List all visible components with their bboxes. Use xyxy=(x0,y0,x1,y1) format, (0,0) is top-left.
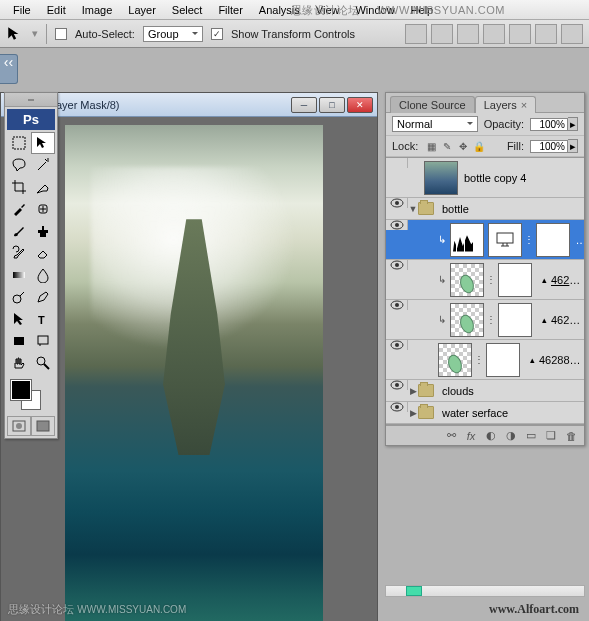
chevron-right-icon[interactable]: ▸ xyxy=(568,117,578,131)
screen-mode-icon[interactable] xyxy=(31,416,55,436)
window-minimize-button[interactable]: ─ xyxy=(291,97,317,113)
layer-group-row[interactable]: ▼ bottle xyxy=(386,198,584,220)
menu-filter[interactable]: Filter xyxy=(211,2,249,18)
expand-toggle-icon[interactable]: ▶ xyxy=(408,408,418,418)
layer-row[interactable]: ↳ ⋮ ▴ 462883_... xyxy=(386,300,584,340)
blend-mode-dropdown[interactable]: Normal xyxy=(392,116,478,132)
layer-row[interactable]: ↳ ⋮ ... xyxy=(386,220,584,260)
timeline-ruler[interactable] xyxy=(385,585,585,597)
marquee-tool-icon[interactable] xyxy=(7,132,31,154)
link-icon[interactable]: ⋮ xyxy=(486,314,496,325)
link-icon[interactable]: ⋮ xyxy=(486,274,496,285)
align-icon[interactable] xyxy=(483,24,505,44)
path-select-tool-icon[interactable] xyxy=(7,308,31,330)
adjustment-layer-icon[interactable]: ◑ xyxy=(504,429,518,443)
layer-name[interactable]: 4628... xyxy=(551,274,584,286)
window-close-button[interactable]: ✕ xyxy=(347,97,373,113)
lock-position-icon[interactable]: ✥ xyxy=(456,139,470,153)
ps-logo-icon[interactable]: Ps xyxy=(7,109,55,130)
align-icon[interactable] xyxy=(405,24,427,44)
layer-group-row[interactable]: ▶ clouds xyxy=(386,380,584,402)
healing-tool-icon[interactable] xyxy=(31,198,55,220)
move-tool-icon[interactable] xyxy=(6,25,24,43)
lock-all-icon[interactable]: 🔒 xyxy=(472,139,486,153)
dodge-tool-icon[interactable] xyxy=(7,286,31,308)
collapsed-panel-tab[interactable]: ‹‹ xyxy=(0,54,18,84)
blur-tool-icon[interactable] xyxy=(31,264,55,286)
align-icon[interactable] xyxy=(561,24,583,44)
chevron-right-icon[interactable]: ▸ xyxy=(568,139,578,153)
layer-name[interactable]: 462883_... xyxy=(539,354,584,366)
adjustment-thumbnail[interactable] xyxy=(450,223,484,257)
history-brush-tool-icon[interactable] xyxy=(7,242,31,264)
type-tool-icon[interactable]: T xyxy=(31,308,55,330)
hand-tool-icon[interactable] xyxy=(7,352,31,374)
link-icon[interactable]: ⋮ xyxy=(474,354,484,365)
layer-thumbnail[interactable] xyxy=(450,263,484,297)
layer-thumbnail[interactable] xyxy=(450,303,484,337)
brush-tool-icon[interactable] xyxy=(7,220,31,242)
align-icon[interactable] xyxy=(509,24,531,44)
visibility-toggle-icon[interactable] xyxy=(390,220,404,230)
lock-pixels-icon[interactable]: ✎ xyxy=(440,139,454,153)
layer-fx-icon[interactable]: fx xyxy=(464,429,478,443)
auto-select-checkbox[interactable] xyxy=(55,28,67,40)
menu-image[interactable]: Image xyxy=(75,2,120,18)
layer-name[interactable]: bottle copy 4 xyxy=(464,172,584,184)
visibility-toggle-icon[interactable] xyxy=(390,158,404,168)
fill-input[interactable]: 100% xyxy=(530,140,568,153)
layer-group-row[interactable]: ▶ water serface xyxy=(386,402,584,424)
layer-row[interactable]: ⋮ ▴ 462883_... xyxy=(386,340,584,380)
visibility-toggle-icon[interactable] xyxy=(390,260,404,270)
notes-tool-icon[interactable] xyxy=(31,330,55,352)
layer-name[interactable]: bottle xyxy=(442,203,584,215)
layer-mask-icon[interactable]: ◐ xyxy=(484,429,498,443)
adjustment-icon[interactable] xyxy=(488,223,522,257)
new-group-icon[interactable]: ▭ xyxy=(524,429,538,443)
menu-select[interactable]: Select xyxy=(165,2,210,18)
visibility-toggle-icon[interactable] xyxy=(390,380,404,390)
clone-tool-icon[interactable] xyxy=(31,220,55,242)
eraser-tool-icon[interactable] xyxy=(31,242,55,264)
visibility-toggle-icon[interactable] xyxy=(390,198,404,208)
link-icon[interactable]: ⋮ xyxy=(524,234,534,245)
layer-mask-thumbnail[interactable] xyxy=(486,343,520,377)
zoom-tool-icon[interactable] xyxy=(31,352,55,374)
layer-mask-thumbnail[interactable] xyxy=(498,303,532,337)
visibility-toggle-icon[interactable] xyxy=(390,402,404,412)
move-tool-icon[interactable] xyxy=(31,132,55,154)
slice-tool-icon[interactable] xyxy=(31,176,55,198)
rectangle-tool-icon[interactable] xyxy=(7,330,31,352)
menu-layer[interactable]: Layer xyxy=(121,2,163,18)
menu-file[interactable]: File xyxy=(6,2,38,18)
color-swatches[interactable] xyxy=(7,378,55,414)
opacity-input[interactable]: 100% xyxy=(530,118,568,131)
playhead-icon[interactable] xyxy=(406,586,422,596)
layer-mask-thumbnail[interactable] xyxy=(536,223,570,257)
visibility-toggle-icon[interactable] xyxy=(390,300,404,310)
magic-wand-tool-icon[interactable] xyxy=(31,154,55,176)
close-icon[interactable]: × xyxy=(521,99,527,111)
link-layers-icon[interactable]: ⚯ xyxy=(444,429,458,443)
layer-name[interactable]: ... xyxy=(576,234,584,246)
layer-name[interactable]: 462883_... xyxy=(551,314,584,326)
new-layer-icon[interactable]: ❏ xyxy=(544,429,558,443)
layer-thumbnail[interactable] xyxy=(424,161,458,195)
align-icon[interactable] xyxy=(535,24,557,44)
layer-mask-thumbnail[interactable] xyxy=(498,263,532,297)
menu-edit[interactable]: Edit xyxy=(40,2,73,18)
pen-tool-icon[interactable] xyxy=(31,286,55,308)
layer-row[interactable]: ↳ ⋮ ▴ 4628... xyxy=(386,260,584,300)
eyedropper-tool-icon[interactable] xyxy=(7,198,31,220)
align-icon[interactable] xyxy=(457,24,479,44)
standard-mode-icon[interactable] xyxy=(7,416,31,436)
lock-transparency-icon[interactable]: ▦ xyxy=(424,139,438,153)
expand-toggle-icon[interactable]: ▶ xyxy=(408,386,418,396)
tab-clone-source[interactable]: Clone Source xyxy=(390,96,475,113)
align-icon[interactable] xyxy=(431,24,453,44)
trash-icon[interactable]: 🗑 xyxy=(564,429,578,443)
canvas[interactable] xyxy=(65,125,323,621)
visibility-toggle-icon[interactable] xyxy=(390,340,404,350)
gradient-tool-icon[interactable] xyxy=(7,264,31,286)
foreground-color-swatch[interactable] xyxy=(11,380,31,400)
